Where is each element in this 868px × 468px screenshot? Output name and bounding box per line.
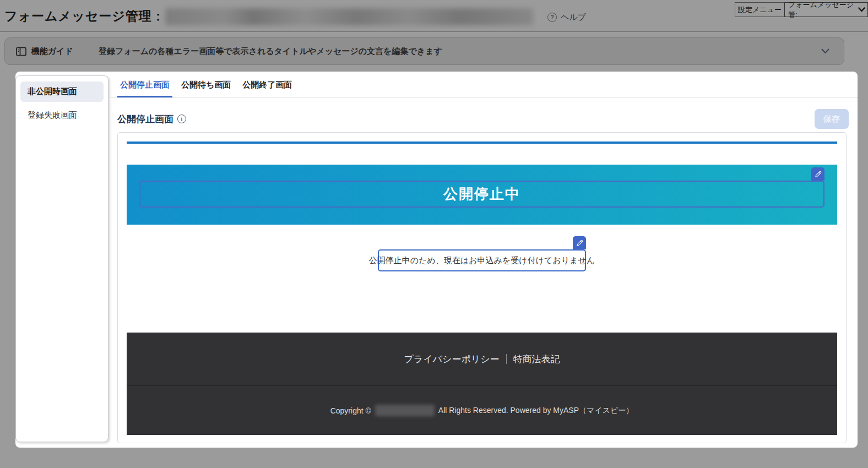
copyright-prefix: Copyright © [330, 406, 371, 415]
header: フォームメッセージ管理： ? ヘルプ 設定メニュー フォームメッセージ管: [0, 0, 868, 32]
page: フォームメッセージ管理： ? ヘルプ 設定メニュー フォームメッセージ管: 機能… [0, 0, 868, 468]
section-title-text: 公開停止画面 [117, 113, 173, 126]
sidebar-item-registration-failure[interactable]: 登録失敗画面 [20, 105, 104, 126]
pencil-icon [576, 240, 583, 247]
guide-description: 登録フォームの各種エラー画面等で表示されるタイトルやメッセージの文言を編集できま… [99, 46, 442, 57]
info-icon[interactable]: i [177, 115, 186, 123]
preview-footer-links: プライバシーポリシー 特商法表記 [127, 333, 837, 386]
tab-publish-ended[interactable]: 公開終了画面 [240, 78, 295, 97]
message-box: 公開停止中のため、現在はお申込みを受け付けておりません [378, 249, 586, 271]
save-button[interactable]: 保存 [815, 109, 849, 129]
tab-bar: 公開停止画面 公開待ち画面 公開終了画面 [109, 72, 858, 98]
chevron-down-icon[interactable] [821, 48, 833, 54]
chevron-down-icon [858, 7, 865, 12]
message-text: 公開停止中のため、現在はお申込みを受け付けておりません [369, 255, 595, 266]
redacted-form-name [165, 8, 533, 25]
main-panel: 公開停止画面 公開待ち画面 公開終了画面 公開停止画面 i 保存 [109, 72, 858, 448]
section-title: 公開停止画面 i [117, 113, 186, 126]
feature-guide-bar[interactable]: 機能ガイド 登録フォームの各種エラー画面等で表示されるタイトルやメッセージの文言… [4, 37, 844, 65]
form-preview-card: 公開停止中 公開停止中のため、現在はお申込みを受け付けておりません プライバシー… [117, 132, 847, 443]
help-link[interactable]: ? ヘルプ [547, 12, 586, 23]
section-header: 公開停止画面 i 保存 [117, 109, 849, 129]
sidebar: 非公開時画面 登録失敗画面 [15, 75, 109, 442]
page-title: フォームメッセージ管理： [4, 8, 165, 25]
settings-menu-selected-value: フォームメッセージ管: [788, 0, 858, 20]
preview-banner: 公開停止中 [127, 165, 837, 225]
guide-book-icon [16, 47, 26, 56]
banner-title-box: 公開停止中 [139, 181, 824, 208]
footer-link-separator [506, 354, 507, 364]
settings-menu-select[interactable]: フォームメッセージ管: [784, 2, 868, 17]
help-label: ヘルプ [561, 12, 586, 23]
tokushoho-link[interactable]: 特商法表記 [513, 353, 560, 366]
banner-title: 公開停止中 [443, 184, 520, 204]
question-circle-icon: ? [547, 13, 557, 22]
settings-menu-control: 設定メニュー フォームメッセージ管: [735, 2, 868, 17]
preview-message-zone: 公開停止中のため、現在はお申込みを受け付けておりません [127, 236, 837, 271]
content-area: 非公開時画面 登録失敗画面 公開停止画面 公開待ち画面 公開終了画面 公開停止画… [15, 72, 858, 448]
guide-label: 機能ガイド [31, 46, 73, 57]
preview-top-line [127, 142, 837, 144]
preview-footer: プライバシーポリシー 特商法表記 Copyright © All Rights … [127, 333, 837, 435]
pencil-icon [815, 171, 822, 178]
tab-publish-waiting[interactable]: 公開待ち画面 [178, 78, 234, 97]
settings-menu-label: 設定メニュー [735, 2, 784, 17]
preview-footer-copyright: Copyright © All Rights Reserved. Powered… [127, 386, 837, 435]
edit-message-button[interactable] [573, 236, 586, 249]
copyright-suffix: All Rights Reserved. Powered by MyASP（マイ… [438, 406, 634, 416]
tab-publish-stopped[interactable]: 公開停止画面 [117, 78, 172, 97]
edit-banner-title-button[interactable] [811, 167, 824, 181]
redacted-company-name [375, 405, 435, 416]
privacy-policy-link[interactable]: プライバシーポリシー [404, 353, 499, 366]
sidebar-item-private-screens[interactable]: 非公開時画面 [20, 81, 104, 102]
